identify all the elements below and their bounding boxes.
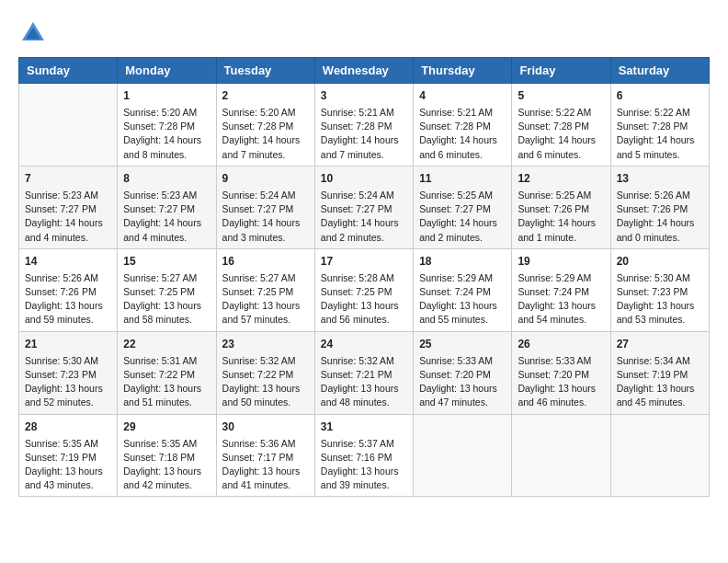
calendar-cell: [19, 84, 118, 167]
day-number: 6: [617, 87, 703, 104]
calendar-cell: [512, 414, 610, 497]
cell-content: Sunrise: 5:28 AMSunset: 7:25 PMDaylight:…: [321, 271, 407, 327]
cell-content: Sunrise: 5:23 AMSunset: 7:27 PMDaylight:…: [123, 189, 210, 245]
logo: [18, 18, 51, 48]
calendar-cell: 18Sunrise: 5:29 AMSunset: 7:24 PMDayligh…: [414, 248, 512, 331]
column-header-saturday: Saturday: [610, 58, 709, 84]
cell-content: Sunrise: 5:30 AMSunset: 7:23 PMDaylight:…: [25, 354, 111, 410]
cell-content: Sunrise: 5:32 AMSunset: 7:21 PMDaylight:…: [321, 354, 407, 410]
day-number: 26: [518, 336, 604, 352]
calendar-cell: 2Sunrise: 5:20 AMSunset: 7:28 PMDaylight…: [216, 84, 314, 167]
week-row-2: 7Sunrise: 5:23 AMSunset: 7:27 PMDaylight…: [19, 166, 710, 248]
day-number: 15: [123, 253, 210, 270]
week-row-5: 28Sunrise: 5:35 AMSunset: 7:19 PMDayligh…: [19, 414, 710, 497]
day-number: 31: [321, 419, 407, 435]
calendar-cell: 29Sunrise: 5:35 AMSunset: 7:18 PMDayligh…: [118, 414, 216, 497]
calendar-cell: [414, 414, 512, 497]
day-number: 17: [321, 253, 407, 270]
day-number: 12: [518, 170, 604, 187]
cell-content: Sunrise: 5:24 AMSunset: 7:27 PMDaylight:…: [222, 189, 309, 245]
cell-content: Sunrise: 5:31 AMSunset: 7:22 PMDaylight:…: [123, 354, 210, 410]
header: [18, 18, 710, 48]
day-number: 3: [321, 87, 407, 104]
cell-content: Sunrise: 5:22 AMSunset: 7:28 PMDaylight:…: [518, 106, 604, 162]
cell-content: Sunrise: 5:25 AMSunset: 7:26 PMDaylight:…: [518, 189, 604, 245]
cell-content: Sunrise: 5:36 AMSunset: 7:17 PMDaylight:…: [222, 437, 309, 493]
calendar-cell: 11Sunrise: 5:25 AMSunset: 7:27 PMDayligh…: [414, 166, 512, 248]
calendar-cell: 28Sunrise: 5:35 AMSunset: 7:19 PMDayligh…: [19, 414, 118, 497]
day-number: 23: [222, 336, 309, 352]
cell-content: Sunrise: 5:20 AMSunset: 7:28 PMDaylight:…: [222, 106, 309, 162]
calendar-cell: 24Sunrise: 5:32 AMSunset: 7:21 PMDayligh…: [314, 331, 413, 414]
column-header-wednesday: Wednesday: [314, 58, 413, 84]
cell-content: Sunrise: 5:34 AMSunset: 7:19 PMDaylight:…: [617, 354, 703, 410]
cell-content: Sunrise: 5:35 AMSunset: 7:18 PMDaylight:…: [123, 437, 210, 493]
calendar-cell: 15Sunrise: 5:27 AMSunset: 7:25 PMDayligh…: [118, 248, 216, 331]
cell-content: Sunrise: 5:26 AMSunset: 7:26 PMDaylight:…: [25, 271, 111, 327]
column-header-monday: Monday: [118, 58, 216, 84]
calendar-cell: 13Sunrise: 5:26 AMSunset: 7:26 PMDayligh…: [610, 166, 709, 248]
calendar-cell: 7Sunrise: 5:23 AMSunset: 7:27 PMDaylight…: [19, 166, 118, 248]
cell-content: Sunrise: 5:24 AMSunset: 7:27 PMDaylight:…: [321, 189, 407, 245]
day-number: 14: [25, 253, 111, 270]
calendar-cell: 31Sunrise: 5:37 AMSunset: 7:16 PMDayligh…: [314, 414, 413, 497]
day-number: 7: [25, 170, 111, 187]
calendar-cell: 8Sunrise: 5:23 AMSunset: 7:27 PMDaylight…: [118, 166, 216, 248]
cell-content: Sunrise: 5:30 AMSunset: 7:23 PMDaylight:…: [617, 271, 703, 327]
day-number: 22: [123, 336, 210, 352]
cell-content: Sunrise: 5:33 AMSunset: 7:20 PMDaylight:…: [419, 354, 506, 410]
calendar-cell: 3Sunrise: 5:21 AMSunset: 7:28 PMDaylight…: [314, 84, 413, 167]
column-header-sunday: Sunday: [19, 58, 118, 84]
cell-content: Sunrise: 5:26 AMSunset: 7:26 PMDaylight:…: [617, 189, 703, 245]
day-number: 8: [123, 170, 210, 187]
calendar-cell: 23Sunrise: 5:32 AMSunset: 7:22 PMDayligh…: [216, 331, 314, 414]
calendar-cell: 9Sunrise: 5:24 AMSunset: 7:27 PMDaylight…: [216, 166, 314, 248]
cell-content: Sunrise: 5:27 AMSunset: 7:25 PMDaylight:…: [123, 271, 210, 327]
cell-content: Sunrise: 5:20 AMSunset: 7:28 PMDaylight:…: [123, 106, 210, 162]
day-number: 29: [123, 419, 210, 435]
calendar-cell: 27Sunrise: 5:34 AMSunset: 7:19 PMDayligh…: [610, 331, 709, 414]
calendar-cell: 20Sunrise: 5:30 AMSunset: 7:23 PMDayligh…: [610, 248, 709, 331]
cell-content: Sunrise: 5:21 AMSunset: 7:28 PMDaylight:…: [321, 106, 407, 162]
calendar-table: SundayMondayTuesdayWednesdayThursdayFrid…: [18, 57, 710, 497]
cell-content: Sunrise: 5:29 AMSunset: 7:24 PMDaylight:…: [518, 271, 604, 327]
day-number: 24: [321, 336, 407, 352]
day-number: 11: [419, 170, 506, 187]
calendar-cell: 6Sunrise: 5:22 AMSunset: 7:28 PMDaylight…: [610, 84, 709, 167]
day-number: 9: [222, 170, 309, 187]
calendar-cell: 21Sunrise: 5:30 AMSunset: 7:23 PMDayligh…: [19, 331, 118, 414]
week-row-4: 21Sunrise: 5:30 AMSunset: 7:23 PMDayligh…: [19, 331, 710, 414]
column-header-friday: Friday: [512, 58, 610, 84]
calendar-cell: 5Sunrise: 5:22 AMSunset: 7:28 PMDaylight…: [512, 84, 610, 167]
day-number: 27: [617, 336, 703, 352]
calendar-cell: 17Sunrise: 5:28 AMSunset: 7:25 PMDayligh…: [314, 248, 413, 331]
calendar-cell: 10Sunrise: 5:24 AMSunset: 7:27 PMDayligh…: [314, 166, 413, 248]
calendar-cell: 12Sunrise: 5:25 AMSunset: 7:26 PMDayligh…: [512, 166, 610, 248]
cell-content: Sunrise: 5:29 AMSunset: 7:24 PMDaylight:…: [419, 271, 506, 327]
calendar-cell: [610, 414, 709, 497]
calendar-header-row: SundayMondayTuesdayWednesdayThursdayFrid…: [19, 58, 710, 84]
calendar-cell: 26Sunrise: 5:33 AMSunset: 7:20 PMDayligh…: [512, 331, 610, 414]
cell-content: Sunrise: 5:22 AMSunset: 7:28 PMDaylight:…: [617, 106, 703, 162]
cell-content: Sunrise: 5:27 AMSunset: 7:25 PMDaylight:…: [222, 271, 309, 327]
cell-content: Sunrise: 5:32 AMSunset: 7:22 PMDaylight:…: [222, 354, 309, 410]
day-number: 25: [419, 336, 506, 352]
calendar-cell: 4Sunrise: 5:21 AMSunset: 7:28 PMDaylight…: [414, 84, 512, 167]
cell-content: Sunrise: 5:35 AMSunset: 7:19 PMDaylight:…: [25, 437, 111, 493]
day-number: 4: [419, 87, 506, 104]
week-row-1: 1Sunrise: 5:20 AMSunset: 7:28 PMDaylight…: [19, 84, 710, 167]
day-number: 16: [222, 253, 309, 270]
cell-content: Sunrise: 5:23 AMSunset: 7:27 PMDaylight:…: [25, 189, 111, 245]
day-number: 19: [518, 253, 604, 270]
calendar-cell: 30Sunrise: 5:36 AMSunset: 7:17 PMDayligh…: [216, 414, 314, 497]
day-number: 21: [25, 336, 111, 352]
calendar-cell: 1Sunrise: 5:20 AMSunset: 7:28 PMDaylight…: [118, 84, 216, 167]
column-header-tuesday: Tuesday: [216, 58, 314, 84]
day-number: 28: [25, 419, 111, 435]
day-number: 5: [518, 87, 604, 104]
day-number: 13: [617, 170, 703, 187]
calendar-cell: 16Sunrise: 5:27 AMSunset: 7:25 PMDayligh…: [216, 248, 314, 331]
day-number: 2: [222, 87, 309, 104]
day-number: 10: [321, 170, 407, 187]
cell-content: Sunrise: 5:33 AMSunset: 7:20 PMDaylight:…: [518, 354, 604, 410]
